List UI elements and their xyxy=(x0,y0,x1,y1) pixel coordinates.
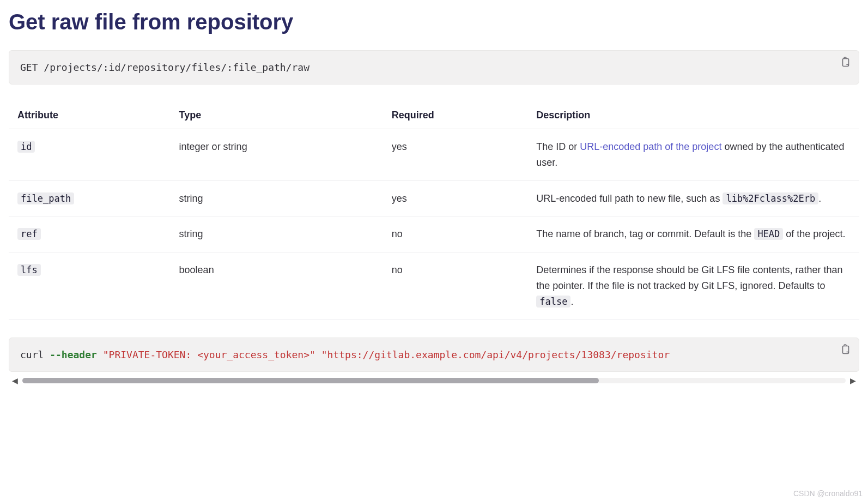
scroll-right-icon: ▶ xyxy=(850,376,856,385)
scroll-thumb[interactable] xyxy=(22,378,599,383)
url-encoded-path-link[interactable]: URL-encoded path of the project xyxy=(580,141,721,152)
attr-code: ref xyxy=(17,228,41,240)
table-row: file_path string yes URL-encoded full pa… xyxy=(9,180,859,216)
parameters-table: Attribute Type Required Description id i… xyxy=(9,102,859,320)
table-row: id integer or string yes The ID or URL-e… xyxy=(9,129,859,181)
endpoint-code: GET /projects/:id/repository/files/:file… xyxy=(20,62,848,73)
svg-rect-1 xyxy=(843,346,849,353)
attr-code: file_path xyxy=(17,192,74,204)
cell-description: The ID or URL-encoded path of the projec… xyxy=(527,129,859,181)
cell-required: no xyxy=(383,252,527,320)
desc-code: lib%2Fclass%2Erb xyxy=(723,192,818,204)
scroll-track[interactable] xyxy=(22,378,846,383)
attr-code: lfs xyxy=(17,264,41,276)
copy-curl-button[interactable] xyxy=(839,344,851,356)
header-description: Description xyxy=(527,102,859,129)
desc-code: HEAD xyxy=(754,228,783,240)
table-row: lfs boolean no Determines if the respons… xyxy=(9,252,859,320)
cell-description: The name of branch, tag or commit. Defau… xyxy=(527,216,859,252)
desc-code: false xyxy=(536,296,570,308)
cell-required: yes xyxy=(383,129,527,181)
page-title: Get raw file from repository xyxy=(9,9,859,35)
svg-rect-0 xyxy=(843,59,849,67)
cell-type: integer or string xyxy=(171,129,383,181)
cell-required: no xyxy=(383,216,527,252)
header-required: Required xyxy=(383,102,527,129)
cell-type: string xyxy=(171,216,383,252)
scroll-left-icon: ◀ xyxy=(12,376,18,385)
table-header-row: Attribute Type Required Description xyxy=(9,102,859,129)
cell-description: Determines if the response should be Git… xyxy=(527,252,859,320)
cell-description: URL-encoded full path to new file, such … xyxy=(527,180,859,216)
clipboard-icon xyxy=(840,57,850,68)
cell-type: string xyxy=(171,180,383,216)
header-type: Type xyxy=(171,102,383,129)
clipboard-icon xyxy=(840,344,850,355)
attr-code: id xyxy=(17,141,35,153)
endpoint-code-block: GET /projects/:id/repository/files/:file… xyxy=(9,50,859,85)
horizontal-scrollbar[interactable]: ◀ ▶ xyxy=(9,376,859,388)
curl-code: curl --header "PRIVATE-TOKEN: <your_acce… xyxy=(20,349,848,360)
header-attribute: Attribute xyxy=(9,102,171,129)
table-row: ref string no The name of branch, tag or… xyxy=(9,216,859,252)
cell-required: yes xyxy=(383,180,527,216)
copy-endpoint-button[interactable] xyxy=(839,56,851,68)
cell-type: boolean xyxy=(171,252,383,320)
curl-code-block: curl --header "PRIVATE-TOKEN: <your_acce… xyxy=(9,338,859,372)
